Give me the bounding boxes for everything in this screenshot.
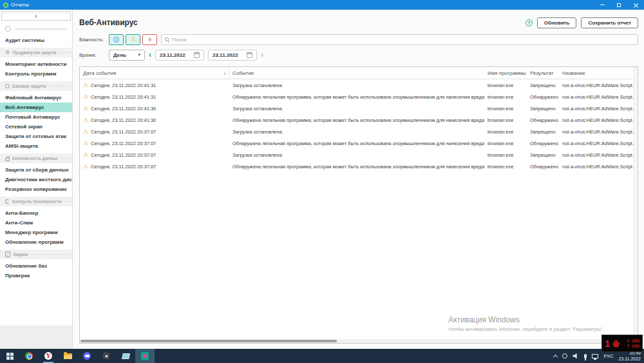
- sidebar-item-amsi-zashchita[interactable]: AMSI-защита: [0, 141, 72, 151]
- table-row[interactable]: ⚠Сегодня, 23.11.2022 20:37:07Загрузка ос…: [80, 126, 638, 137]
- table-row[interactable]: ⚠Сегодня, 23.11.2022 20:41:31Обнаружена …: [80, 91, 638, 103]
- sidebar-item-obnovlenie-programm[interactable]: Обновление программ: [0, 237, 72, 247]
- cell-date: ⚠Сегодня, 23.11.2022 20:41:30: [80, 114, 229, 126]
- taskbar-icon-explorer[interactable]: [58, 349, 77, 363]
- column-header-name[interactable]: Название: [559, 67, 638, 79]
- sidebar-item-setevoy-ekran[interactable]: Сетевой экран: [0, 122, 72, 132]
- sidebar-item-kontrol-programm[interactable]: Контроль программ: [0, 69, 72, 79]
- tray-expand-icon[interactable]: [553, 354, 558, 358]
- column-header-event[interactable]: Событие: [229, 67, 484, 79]
- cell-result: Запрещено: [527, 79, 559, 91]
- cell-date: ⚠Сегодня, 23.11.2022 20:37:07: [80, 137, 229, 149]
- language-indicator[interactable]: РУС: [603, 353, 613, 359]
- sidebar-item-diagnostika-zhestkogo-diska[interactable]: Диагностика жесткого диска: [0, 175, 72, 184]
- overlay-y-value: Y 800: [627, 344, 639, 349]
- close-icon: [634, 3, 638, 7]
- sidebar-item-veb-antivirus[interactable]: Веб-Антивирус: [0, 103, 72, 112]
- sidebar-section-prodvinutaya-zashchita: ⚙Продвинутая защита: [0, 48, 72, 57]
- section-divider-line: [61, 158, 70, 159]
- volume-icon[interactable]: [573, 353, 579, 359]
- prev-period-button[interactable]: ‹: [149, 50, 151, 59]
- sidebar-item-pochtovyy-antivirus[interactable]: Почтовый Антивирус: [0, 112, 72, 122]
- taskbar-icon-chrome[interactable]: [19, 349, 39, 363]
- clock-date: 23.11.2022: [618, 356, 641, 362]
- event-date: Сегодня, 23.11.2022 20:37:07: [91, 152, 156, 158]
- table-row[interactable]: ⚠Сегодня, 23.11.2022 20:41:31Загрузка ос…: [80, 79, 638, 91]
- sidebar-item-zashchita-ot-sbora-dannykh[interactable]: Защита от сбора данных: [0, 165, 72, 175]
- taskbar-icon-roblox[interactable]: [97, 349, 116, 363]
- date-from-field[interactable]: 23.11.2022: [155, 50, 204, 61]
- time-label: Время:: [79, 52, 105, 58]
- cell-event: Загрузка остановлена: [229, 149, 484, 161]
- cell-event: Обнаружена легальная программа, которая …: [229, 137, 484, 149]
- sidebar-item-monitoring-aktivnosti[interactable]: Мониторинг активности: [0, 59, 72, 69]
- network-icon[interactable]: [592, 354, 598, 358]
- cell-program: browser.exe: [484, 126, 527, 137]
- minimize-button[interactable]: [594, 0, 611, 10]
- cell-event: Обнаружена легальная программа, которая …: [229, 161, 484, 172]
- sidebar-item-menedzher-programm[interactable]: Менеджер программ: [0, 228, 72, 237]
- cell-event: Обнаружена легальная программа, которая …: [229, 114, 484, 126]
- close-button[interactable]: [627, 0, 644, 10]
- cell-name: not-a-virus:HEUR:AdWare.Script.Open: [559, 126, 638, 137]
- period-dropdown[interactable]: День ▾: [109, 50, 145, 61]
- sidebar-section-bazovaya-zashchita: Базовая защита: [0, 81, 72, 91]
- column-header-program[interactable]: Имя программы: [484, 67, 527, 79]
- sidebar-item-audit-sistemy[interactable]: Аудит системы: [0, 35, 72, 45]
- report-icon: [5, 26, 11, 32]
- sidebar-section-zadachi: ✓Задачи: [0, 250, 72, 259]
- cell-program: browser.exe: [484, 149, 527, 161]
- taskbar-icon-notes[interactable]: [116, 349, 135, 363]
- taskbar-icon-yandex[interactable]: Y: [39, 349, 58, 363]
- sidebar-item-zashchita-ot-setevykh-atak[interactable]: Защита от сетевых атак: [0, 132, 72, 141]
- start-icon: [6, 353, 14, 360]
- table-row[interactable]: ⚠Сегодня, 23.11.2022 20:37:07Обнаружена …: [80, 161, 638, 172]
- importance-info-button[interactable]: i: [109, 34, 124, 45]
- tray-app-icon[interactable]: [562, 353, 567, 358]
- search-input[interactable]: [172, 37, 634, 43]
- lock-icon: [5, 158, 10, 161]
- taskbar-icon-kaspersky[interactable]: [135, 349, 155, 363]
- period-value: День: [113, 52, 126, 58]
- cell-result: Запрещено: [527, 149, 559, 161]
- taskbar-icon-discord[interactable]: [77, 349, 97, 363]
- back-button[interactable]: ‹: [1, 12, 71, 21]
- date-to-field[interactable]: 23.11.2022: [208, 50, 257, 61]
- sort-descending-icon[interactable]: ↓: [223, 70, 226, 76]
- table-body: ⚠Сегодня, 23.11.2022 20:41:31Загрузка ос…: [80, 79, 638, 172]
- sidebar-item-obnovlenie-baz[interactable]: Обновление баз: [0, 261, 72, 271]
- cell-date: ⚠Сегодня, 23.11.2022 20:41:31: [80, 79, 229, 91]
- sidebar-item-anti-banner[interactable]: Анти-Баннер: [0, 208, 72, 218]
- search-box[interactable]: [161, 34, 638, 45]
- next-period-button[interactable]: ›: [261, 50, 263, 59]
- vertical-scrollbar[interactable]: [634, 67, 638, 338]
- cell-name: not-a-virus:HEUR:AdWare.Script.Open: [559, 161, 638, 172]
- column-header-result[interactable]: Результат: [527, 67, 559, 79]
- sidebar-item-faylovyy-antivirus[interactable]: Файловый Антивирус: [0, 93, 72, 103]
- horizontal-scrollbar-thumb[interactable]: [80, 340, 337, 342]
- taskbar-icon-start[interactable]: [0, 349, 19, 363]
- horizontal-scrollbar[interactable]: [80, 339, 633, 343]
- sidebar-item-anti-spam[interactable]: Анти-Спам: [0, 218, 72, 228]
- gear-icon: ⚙: [5, 50, 10, 55]
- column-header-date[interactable]: Дата события ↓: [80, 67, 229, 79]
- event-date: Сегодня, 23.11.2022 20:37:07: [91, 164, 156, 170]
- yandex-icon: Y: [44, 352, 52, 360]
- maximize-button[interactable]: [611, 0, 627, 10]
- table-row[interactable]: ⚠Сегодня, 23.11.2022 20:37:07Обнаружена …: [80, 137, 638, 149]
- maximize-icon: [617, 3, 621, 7]
- table-row[interactable]: ⚠Сегодня, 23.11.2022 20:37:07Загрузка ос…: [80, 149, 638, 161]
- help-icon[interactable]: ?: [526, 19, 533, 26]
- table-row[interactable]: ⚠Сегодня, 23.11.2022 20:41:30Обнаружена …: [80, 114, 638, 126]
- importance-critical-button[interactable]: ‼: [142, 34, 157, 45]
- cell-result: Запрещено: [527, 126, 559, 137]
- microphone-icon[interactable]: [584, 354, 587, 358]
- sidebar-item-proverka[interactable]: Проверка: [0, 271, 72, 280]
- refresh-button[interactable]: Обновить: [537, 17, 577, 28]
- table-row[interactable]: ⚠Сегодня, 23.11.2022 20:41:30Загрузка ос…: [80, 103, 638, 114]
- sidebar-item-rezervnoe-kopirovanie[interactable]: Резервное копирование: [0, 184, 72, 194]
- importance-warning-button[interactable]: ⚠: [126, 34, 140, 45]
- cell-event: Загрузка остановлена: [229, 126, 484, 137]
- save-report-button[interactable]: Сохранить отчет: [581, 17, 638, 28]
- warning-icon: ⚠: [83, 141, 88, 146]
